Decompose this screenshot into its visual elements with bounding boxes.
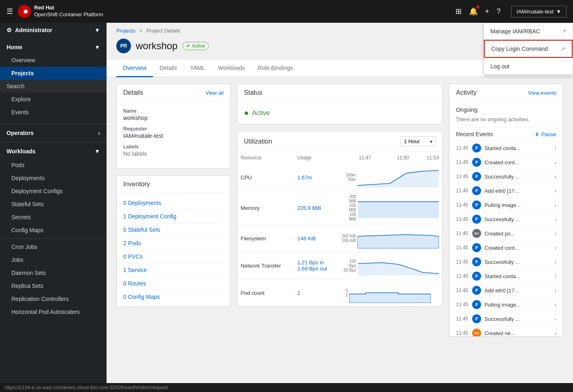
external-link-icon: ↗: [562, 28, 566, 34]
logout-menu-item[interactable]: Log out: [484, 58, 573, 74]
manage-iam-menu-item[interactable]: Manage IAM/RBAC ↗: [484, 23, 573, 39]
user-dropdown-menu: Manage IAM/RBAC ↗ Copy Login Command ↗ L…: [484, 23, 573, 75]
copy-login-command-menu-item[interactable]: Copy Login Command ↗: [484, 40, 573, 58]
external-link-icon-2: ↗: [561, 46, 565, 52]
